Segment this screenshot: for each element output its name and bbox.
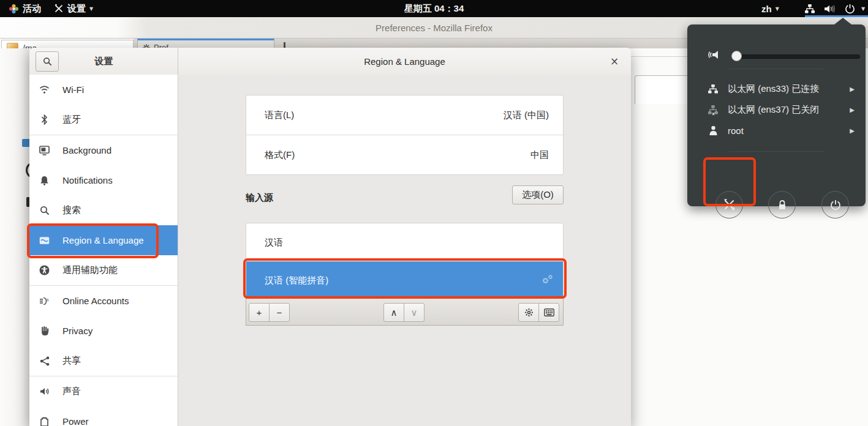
sidebar-item-sharing[interactable]: 共享	[29, 346, 178, 376]
speaker-icon	[39, 386, 50, 397]
sidebar-title: 设置	[29, 48, 178, 75]
plus-icon: +	[257, 307, 262, 318]
menu-separator	[729, 69, 824, 69]
sidebar-item-bluetooth[interactable]: 蓝牙	[29, 105, 178, 135]
wifi-icon	[39, 84, 50, 95]
divider	[631, 56, 687, 57]
sidebar-item-label: 通用辅助功能	[62, 264, 118, 276]
language-row[interactable]: 语言(L) 汉语 (中国)	[246, 95, 563, 135]
network-wired-off-icon: x	[708, 104, 719, 115]
desktop: Preferences - Mozilla Firefox Pref /ma ←	[0, 0, 868, 426]
input-source-label: 汉语	[265, 237, 283, 248]
menu-item-ethernet-off[interactable]: x 以太网 (ens37) 已关闭 ▶	[687, 99, 866, 120]
input-source-indicator[interactable]: zh ▼	[761, 0, 779, 17]
sidebar-item-privacy[interactable]: Privacy	[29, 316, 178, 346]
sidebar-item-online-accounts[interactable]: s Online Accounts	[29, 286, 178, 316]
display-icon	[39, 145, 50, 155]
sidebar-item-label: Region & Language	[62, 235, 144, 245]
language-label: 语言(L)	[265, 110, 294, 121]
close-icon: ×	[610, 55, 619, 67]
system-settings-button[interactable]	[715, 191, 743, 219]
gear-icon	[524, 308, 534, 317]
volume-row	[687, 36, 866, 60]
activities-button[interactable]: 活动	[9, 0, 41, 17]
move-down-button[interactable]: ∨	[404, 303, 425, 322]
source-settings-button[interactable]	[518, 303, 539, 322]
user-icon	[708, 125, 719, 136]
sidebar-item-label: Online Accounts	[62, 296, 129, 306]
chevron-up-icon: ∧	[391, 307, 398, 318]
volume-slider-track[interactable]	[732, 54, 860, 59]
panel-header[interactable]: Region & Language ×	[178, 48, 631, 75]
panel-title: Region & Language	[178, 48, 631, 75]
input-sources-toolbar: + − ∧ ∨	[246, 299, 564, 326]
active-menu-underline	[805, 15, 868, 17]
menu-item-ethernet-connected[interactable]: 以太网 (ens33) 已连接 ▶	[687, 78, 866, 99]
power-button[interactable]	[821, 191, 849, 219]
system-status-area[interactable]: ▼	[804, 0, 865, 17]
keyboard-icon	[544, 308, 554, 316]
menu-pointer	[834, 18, 851, 24]
app-menu-settings[interactable]: 设置 ▼	[54, 0, 93, 17]
caret-down-icon: ▼	[89, 6, 93, 12]
sidebar-item-search[interactable]: 搜索	[29, 195, 178, 225]
menu-item-label: root	[728, 125, 744, 136]
menu-item-user-root[interactable]: root ▶	[687, 120, 866, 141]
distro-logo-icon	[9, 4, 19, 14]
sidebar-item-wifi[interactable]: Wi-Fi	[29, 75, 178, 105]
settings-window: 设置 Region & Language × Wi-Fi 蓝牙	[29, 48, 631, 426]
input-source-settings-icon[interactable]	[542, 274, 553, 286]
format-row[interactable]: 格式(F) 中国	[246, 135, 563, 174]
firefox-fragment-blue-icon	[22, 139, 29, 147]
new-tab-button[interactable]	[284, 42, 285, 48]
caret-down-icon: ▼	[861, 6, 865, 12]
online-accounts-icon: s	[39, 296, 50, 306]
sidebar-item-region-language[interactable]: Region & Language	[29, 225, 178, 255]
network-wired-icon	[708, 83, 719, 94]
region-language-icon	[39, 235, 50, 245]
sidebar-item-label: Notifications	[62, 175, 113, 185]
volume-icon	[824, 4, 836, 14]
top-bar: 活动 设置 ▼ 星期五 04：34 zh ▼	[0, 0, 868, 17]
move-up-button[interactable]: ∧	[383, 303, 404, 322]
options-button-label: 选项(O)	[522, 189, 554, 201]
lock-button[interactable]	[768, 191, 796, 219]
close-button[interactable]: ×	[605, 48, 624, 75]
input-source-row-hanyu[interactable]: 汉语	[246, 223, 563, 261]
firefox-content-left-fragment	[0, 48, 29, 426]
submenu-arrow-icon: ▶	[850, 127, 855, 134]
language-format-group: 语言(L) 汉语 (中国) 格式(F) 中国	[246, 95, 564, 175]
clock[interactable]: 星期五 04：34	[0, 0, 868, 17]
sidebar-item-label: Wi-Fi	[62, 84, 84, 95]
input-source-row-pinyin[interactable]: 汉语 (智能拼音)	[246, 261, 563, 299]
accessibility-icon	[39, 265, 50, 275]
sidebar-item-universal-access[interactable]: 通用辅助功能	[29, 255, 178, 285]
sidebar-item-label: 蓝牙	[62, 114, 81, 125]
input-sources-label: 输入源	[246, 192, 273, 204]
sidebar-item-label: 共享	[62, 355, 81, 367]
sidebar-item-power[interactable]: Power	[29, 406, 178, 426]
lock-icon	[777, 200, 787, 211]
volume-slider-knob[interactable]	[731, 51, 742, 61]
format-value: 中国	[530, 149, 549, 161]
submenu-arrow-icon: ▶	[850, 106, 855, 113]
keyboard-layout-button[interactable]	[538, 303, 559, 322]
sidebar-item-label: Power	[62, 416, 89, 426]
power-icon	[845, 4, 855, 14]
sidebar-item-background[interactable]: Background	[29, 135, 178, 165]
options-button[interactable]: 选项(O)	[512, 185, 564, 204]
sidebar-item-label: Privacy	[62, 326, 92, 336]
sidebar-item-notifications[interactable]: Notifications	[29, 165, 178, 195]
svg-text:x: x	[712, 111, 715, 115]
input-source-indicator-label: zh	[761, 4, 772, 14]
settings-titlebar: 设置 Region & Language ×	[29, 48, 631, 75]
sidebar-item-sound[interactable]: 声音	[29, 376, 178, 406]
battery-icon	[39, 416, 50, 426]
bell-icon	[39, 175, 50, 185]
app-menu-label: 设置	[67, 3, 86, 15]
add-input-source-button[interactable]: +	[249, 303, 270, 322]
chevron-down-icon: ∨	[411, 307, 418, 318]
firefox-content-right-fragment	[631, 48, 687, 426]
remove-input-source-button[interactable]: −	[269, 303, 290, 322]
search-icon	[39, 205, 50, 215]
